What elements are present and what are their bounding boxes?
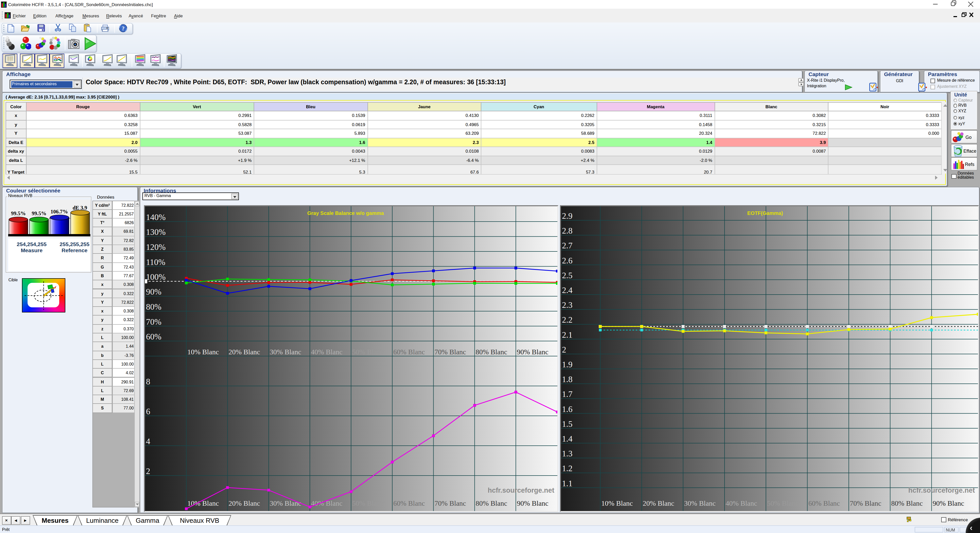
svg-text:80%: 80% xyxy=(146,302,161,311)
svg-text:99.5%: 99.5% xyxy=(11,210,26,216)
svg-text:2: 2 xyxy=(146,466,150,476)
svg-text:70% Blanc: 70% Blanc xyxy=(434,499,466,507)
svg-text:hcfr.sourceforge.net: hcfr.sourceforge.net xyxy=(487,486,554,494)
svg-text:40% Blanc: 40% Blanc xyxy=(310,348,342,356)
svg-text:60% Blanc: 60% Blanc xyxy=(393,499,425,507)
svg-text:140%: 140% xyxy=(146,212,165,221)
svg-text:90% Blanc: 90% Blanc xyxy=(932,499,964,507)
svg-text:60% Blanc: 60% Blanc xyxy=(808,499,840,507)
svg-text:10% Blanc: 10% Blanc xyxy=(187,348,219,356)
svg-text:2.3: 2.3 xyxy=(562,300,572,309)
svg-text:20% Blanc: 20% Blanc xyxy=(228,348,260,356)
svg-text:2.5: 2.5 xyxy=(562,270,572,280)
svg-text:90% Blanc: 90% Blanc xyxy=(517,348,548,356)
svg-text:120%: 120% xyxy=(146,242,165,251)
svg-text:110%: 110% xyxy=(146,257,165,267)
svg-text:70%: 70% xyxy=(146,317,161,326)
svg-text:100%: 100% xyxy=(146,272,165,281)
svg-text:1.7: 1.7 xyxy=(562,389,572,398)
svg-text:2.7: 2.7 xyxy=(562,241,572,250)
svg-text:90% Blanc: 90% Blanc xyxy=(517,499,548,507)
svg-text:1.8: 1.8 xyxy=(562,374,572,383)
svg-text:60% Blanc: 60% Blanc xyxy=(393,348,425,356)
svg-text:50% Blanc: 50% Blanc xyxy=(767,499,798,507)
svg-text:30% Blanc: 30% Blanc xyxy=(684,499,716,507)
svg-text:2: 2 xyxy=(562,345,566,354)
svg-text:1.5: 1.5 xyxy=(562,419,572,428)
svg-text:20% Blanc: 20% Blanc xyxy=(642,499,674,507)
svg-text:dE 3.9: dE 3.9 xyxy=(73,204,87,211)
svg-text:80% Blanc: 80% Blanc xyxy=(891,499,923,507)
svg-text:80% Blanc: 80% Blanc xyxy=(476,499,507,507)
svg-text:1.9: 1.9 xyxy=(562,360,572,369)
svg-text:130%: 130% xyxy=(146,227,165,236)
svg-text:2.1: 2.1 xyxy=(562,330,572,339)
svg-text:1.6: 1.6 xyxy=(562,404,572,414)
svg-text:50% Blanc: 50% Blanc xyxy=(352,348,383,356)
svg-text:2.8: 2.8 xyxy=(562,226,572,235)
svg-text:30% Blanc: 30% Blanc xyxy=(269,499,301,507)
svg-text:1.2: 1.2 xyxy=(562,463,572,473)
svg-text:1.4: 1.4 xyxy=(562,434,572,443)
svg-text:40% Blanc: 40% Blanc xyxy=(725,499,757,507)
svg-text:60%: 60% xyxy=(146,332,161,341)
svg-text:50% Blanc: 50% Blanc xyxy=(352,499,383,507)
svg-text:Gray Scale Balance w/o gamma: Gray Scale Balance w/o gamma xyxy=(307,210,384,216)
svg-text:EOTF(Gamma): EOTF(Gamma) xyxy=(747,210,783,216)
svg-text:hcfr.sourceforge.net: hcfr.sourceforge.net xyxy=(908,486,975,494)
svg-text:10% Blanc: 10% Blanc xyxy=(601,499,633,507)
svg-text:?: ? xyxy=(122,25,124,32)
svg-text:4: 4 xyxy=(146,436,150,446)
svg-text:2.6: 2.6 xyxy=(562,256,572,265)
svg-text:1.3: 1.3 xyxy=(562,449,572,458)
svg-text:80% Blanc: 80% Blanc xyxy=(476,348,507,356)
svg-text:2.2: 2.2 xyxy=(562,315,572,324)
svg-text:6: 6 xyxy=(146,407,150,416)
svg-text:30% Blanc: 30% Blanc xyxy=(269,348,301,356)
svg-text:2.9: 2.9 xyxy=(562,211,572,220)
svg-text:2.4: 2.4 xyxy=(562,285,572,294)
svg-text:99.5%: 99.5% xyxy=(32,210,46,216)
svg-text:70% Blanc: 70% Blanc xyxy=(850,499,881,507)
svg-text:20% Blanc: 20% Blanc xyxy=(228,499,260,507)
svg-text:106.7%: 106.7% xyxy=(51,208,68,215)
svg-text:8: 8 xyxy=(146,377,150,386)
svg-text:90%: 90% xyxy=(146,287,161,296)
svg-text:1.1: 1.1 xyxy=(562,479,572,488)
svg-text:70% Blanc: 70% Blanc xyxy=(434,348,466,356)
